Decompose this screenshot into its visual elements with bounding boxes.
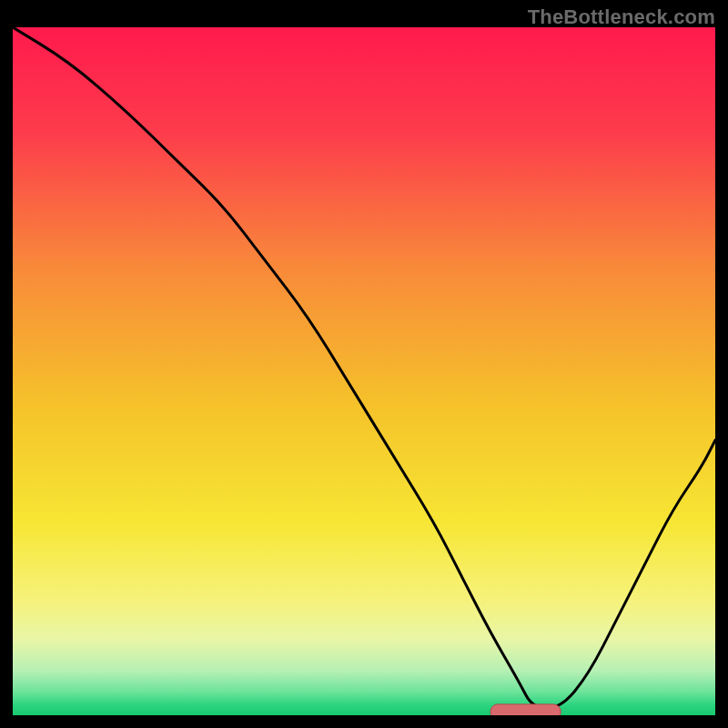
chart-frame: TheBottleneck.com — [0, 0, 728, 728]
watermark-text: TheBottleneck.com — [528, 5, 715, 29]
bottleneck-chart — [13, 27, 715, 715]
optimal-marker — [490, 704, 561, 715]
plot-area — [13, 27, 715, 715]
gradient-background — [13, 27, 715, 715]
